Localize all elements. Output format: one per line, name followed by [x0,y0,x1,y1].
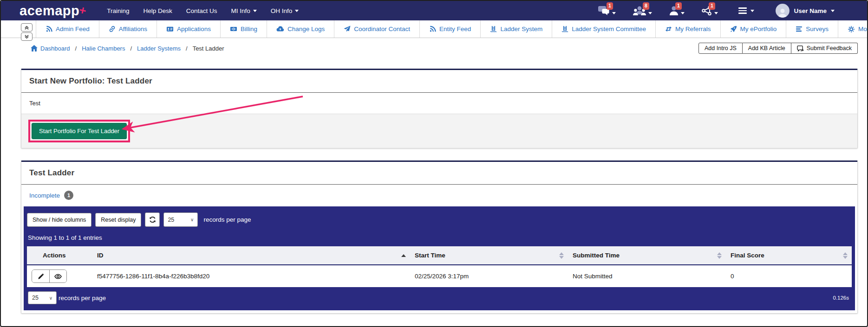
subnav-item-change-logs[interactable]: Change Logs [267,20,334,38]
view-button[interactable] [49,270,66,282]
portfolios-table: Actions ID Start Time Submitted Time Fin… [27,246,852,287]
row-action-group [32,269,67,283]
ladder-icon [490,26,497,32]
show-hide-columns-button[interactable]: Show / hide columns [27,213,91,227]
repeat-icon [665,26,672,32]
chevron-down-icon [831,10,835,12]
start-portfolio-card-footer: Start Portfolio For Test Ladder [21,114,857,148]
subnav-item-ladder-system-committee[interactable]: Ladder System Committee [552,20,656,38]
feedback-icon [797,45,804,51]
main-menu-button[interactable] [718,7,754,14]
share-alerts-badge: 1 [709,2,716,10]
subnav-item-billing[interactable]: Billing [221,20,267,38]
start-portfolio-card-title: Start New Portfolio: Test Ladder [21,70,857,93]
start-portfolio-card-body: Test [21,93,857,114]
subnav-item-surveys[interactable]: Surveys [786,20,838,38]
sort-both-icon [843,252,848,259]
topnav-item-contact-us[interactable]: Contact Us [179,1,224,20]
secondary-navbar: Admin Feed Affiliations Applications Bil… [1,20,867,38]
subnav-item-applications[interactable]: Applications [157,20,221,38]
topnav-item-help-desk[interactable]: Help Desk [137,1,179,20]
subnav-item-my-referrals[interactable]: My Referrals [656,20,721,38]
page-size-select[interactable]: 25 ∨ [163,212,198,227]
column-header-actions: Actions [27,246,92,265]
sort-ascending-icon [401,254,406,257]
chevron-down-icon [681,12,685,14]
showing-entries-text: Showing 1 to 1 of 1 entries [28,234,852,241]
messages-dropdown[interactable]: 1 [598,6,616,16]
connections-badge: 8 [643,2,650,10]
column-header-id[interactable]: ID [92,246,410,265]
breadcrumb-ladder-systems[interactable]: Ladder Systems [137,45,181,52]
add-intro-js-button[interactable]: Add Intro JS [698,43,743,54]
brand-logo[interactable]: acemapp [20,4,86,18]
footer-page-size-select[interactable]: 25 ∨ [28,291,57,304]
chevron-down-icon [648,12,652,14]
column-header-start-time[interactable]: Start Time [410,246,568,265]
edit-button[interactable] [32,270,49,282]
double-chevron-down-icon [24,34,29,39]
cloud-icon [276,26,284,32]
footer-records-per-page-label: records per page [59,295,106,301]
breadcrumb-separator: / [186,45,188,52]
nav-collapse-up-button[interactable] [21,23,33,32]
annotation-highlight-box: Start Portfolio For Test Ladder [28,120,130,142]
pencil-icon [38,273,44,280]
table-row: f5477756-1286-11f1-8b4a-f226b3b8fd20 02/… [27,265,852,287]
query-timing-text: 0.126s [833,295,851,301]
subnav-item-coordinator-contact[interactable]: Coordinator Contact [334,20,420,38]
datatable-toolbar: Show / hide columns Reset display 25 ∨ r… [27,211,852,227]
share-alerts-dropdown[interactable]: 1 [701,6,718,16]
subnav-item-admin-feed[interactable]: Admin Feed [36,20,99,38]
nav-collapse-down-button[interactable] [21,32,33,41]
messages-badge: 1 [607,2,613,10]
chevron-down-icon [253,10,257,12]
submit-feedback-button[interactable]: Submit Feedback [791,43,858,54]
add-kb-article-button[interactable]: Add KB Article [743,43,791,54]
topnav-item-training[interactable]: Training [100,1,136,20]
breadcrumb-separator: / [75,45,77,52]
subnav-item-my-eportfolio[interactable]: My ePortfolio [721,20,787,38]
column-header-submitted-time[interactable]: Submitted Time [568,246,726,265]
link-icon [109,26,116,32]
tab-incomplete[interactable]: Incomplete [29,192,60,199]
ladder-icon [561,26,568,32]
test-ladder-card-title: Test Ladder [21,162,857,185]
chevron-down-icon [295,10,299,12]
refresh-button[interactable] [145,212,160,227]
cell-id: f5477756-1286-11f1-8b4a-f226b3b8fd20 [92,265,410,287]
avatar [776,4,790,18]
records-per-page-label: records per page [203,216,251,223]
column-header-final-score[interactable]: Final Score [726,246,852,265]
app-window: acemapp Training Help Desk Contact Us MI… [0,0,868,327]
topnav-item-oh-info[interactable]: OH Info [264,1,306,20]
nav-collapse-control [21,23,33,41]
topnav-item-mi-info[interactable]: MI Info [224,1,264,20]
eye-icon [54,273,62,280]
test-ladder-card: Test Ladder Incomplete 1 Show / hide col… [21,160,858,314]
survey-icon [796,26,803,32]
subnav-item-entity-feed[interactable]: Entity Feed [420,20,481,38]
chevron-down-icon [612,12,616,14]
rocket-icon [730,26,737,32]
profile-alerts-dropdown[interactable]: 1 [669,6,685,16]
cell-start-time: 02/25/2026 3:17pm [410,265,568,287]
select-caret-icon: ∨ [190,217,194,222]
subnav-item-more[interactable]: More [838,20,868,38]
table-header-row: Actions ID Start Time Submitted Time Fin… [27,246,852,265]
page-action-buttons: Add Intro JS Add KB Article Submit Feedb… [698,43,858,54]
connections-dropdown[interactable]: 8 [633,6,652,16]
cell-submitted-time: Not Submitted [568,265,726,287]
start-portfolio-button[interactable]: Start Portfolio For Test Ladder [32,123,127,139]
reset-display-button[interactable]: Reset display [95,213,141,227]
subnav-item-ladder-system[interactable]: Ladder System [481,20,552,38]
rss-icon [429,26,436,32]
user-menu[interactable]: User Name [776,4,835,18]
sort-both-icon [717,252,722,259]
breadcrumb-dashboard[interactable]: Dashboard [31,45,70,52]
brand-text: acemapp [20,4,79,18]
subnav-item-affiliations[interactable]: Affiliations [99,20,157,38]
breadcrumb-current-test-ladder: Test Ladder [193,45,224,52]
breadcrumb-halie-chambers[interactable]: Halie Chambers [82,45,125,52]
datatable-container: Show / hide columns Reset display 25 ∨ r… [24,206,855,310]
